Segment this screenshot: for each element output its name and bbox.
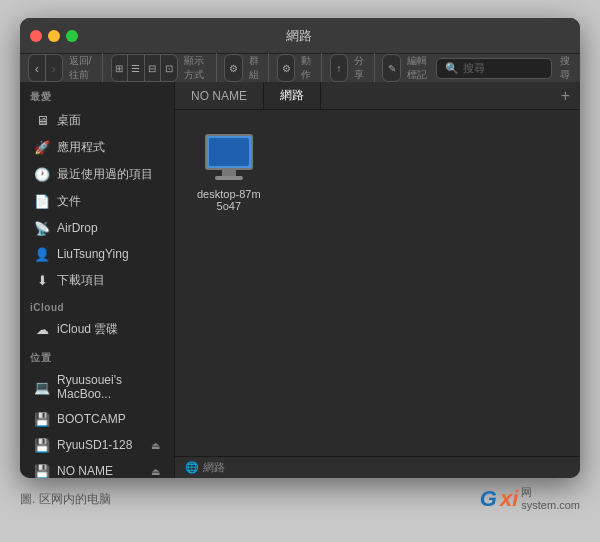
- status-network-icon: 🌐: [185, 461, 199, 474]
- toolbar-sep4: [321, 53, 322, 83]
- sidebar-item-label: 桌面: [57, 112, 81, 129]
- finder-window: 網路 ‹ › 返回/往前 ⊞ ☰ ⊟: [20, 18, 580, 478]
- sidebar-item-label: 應用程式: [57, 139, 105, 156]
- sidebar-item-airdrop[interactable]: 📡 AirDrop: [24, 216, 170, 240]
- caption-text: 圖. 区网内的电脑: [20, 491, 111, 508]
- action-label: 動作: [301, 54, 313, 82]
- share-group: ↑: [330, 54, 348, 82]
- watermark: G xi 网 system.com: [480, 486, 580, 512]
- column-view-button[interactable]: ⊟: [145, 55, 162, 81]
- sidebar-item-ryuusd1[interactable]: 💾 RyuuSD1-128 ⏏: [24, 433, 170, 457]
- nav-label-group: 返回/往前: [69, 54, 94, 82]
- display-label: 顯示方式: [184, 54, 207, 82]
- icloud-section-label: iCloud: [20, 294, 174, 316]
- search-box[interactable]: 🔍: [436, 58, 552, 79]
- tab-network-label: 網路: [280, 87, 304, 104]
- icloud-icon: ☁: [34, 322, 50, 338]
- content-area: 最愛 🖥 桌面 🚀 應用程式 🕐 最近使用過的項目 📄 文件 📡 AirDrop: [20, 82, 580, 478]
- watermark-g: G: [480, 486, 497, 512]
- macbook-icon: 💻: [34, 379, 50, 395]
- sidebar-item-documents[interactable]: 📄 文件: [24, 189, 170, 214]
- file-label-computer: desktop-87m5o47: [197, 188, 261, 212]
- nav-button-group: ‹ ›: [28, 54, 63, 82]
- file-item-computer[interactable]: desktop-87m5o47: [191, 126, 267, 218]
- search-input[interactable]: [463, 62, 543, 74]
- ryuusd1-icon: 💾: [34, 437, 50, 453]
- forward-button[interactable]: ›: [46, 55, 62, 81]
- watermark-line1: 网: [521, 486, 580, 499]
- sidebar-item-label: iCloud 雲碟: [57, 321, 118, 338]
- sidebar-item-bootcamp[interactable]: 💾 BOOTCAMP: [24, 407, 170, 431]
- status-text: 網路: [203, 460, 225, 475]
- desktop-icon: 🖥: [34, 113, 50, 129]
- favorites-section-label: 最愛: [20, 82, 174, 107]
- action-button[interactable]: ⚙: [278, 55, 294, 81]
- sidebar-item-macbook[interactable]: 💻 Ryuusouei's MacBoo...: [24, 369, 170, 405]
- user-icon: 👤: [34, 246, 50, 262]
- share-button[interactable]: ↑: [331, 55, 347, 81]
- watermark-net: 网 system.com: [521, 486, 580, 512]
- tab-add-button[interactable]: +: [551, 82, 580, 109]
- group-button-group: ⚙: [224, 54, 242, 82]
- computer-file-icon: [201, 132, 257, 182]
- eject-icon-noname[interactable]: ⏏: [151, 466, 160, 477]
- sidebar-item-label: 文件: [57, 193, 81, 210]
- back-button[interactable]: ‹: [29, 55, 46, 81]
- gallery-view-button[interactable]: ⊡: [161, 55, 177, 81]
- sidebar-item-label: NO NAME: [57, 464, 113, 478]
- search-icon: 🔍: [445, 62, 459, 75]
- content-tabs: NO NAME 網路 +: [175, 82, 580, 110]
- tab-noname-label: NO NAME: [191, 89, 247, 103]
- locations-section-label: 位置: [20, 343, 174, 368]
- toolbar-top: ‹ › 返回/往前 ⊞ ☰ ⊟ ⊡ 顯示方式: [20, 54, 580, 82]
- sidebar-item-label: RyuuSD1-128: [57, 438, 132, 452]
- share-label: 分享: [354, 54, 366, 82]
- sidebar-item-icloud[interactable]: ☁ iCloud 雲碟: [24, 317, 170, 342]
- sidebar-item-label: AirDrop: [57, 221, 98, 235]
- action-group: ⚙: [277, 54, 295, 82]
- view-button-group: ⊞ ☰ ⊟ ⊡: [111, 54, 179, 82]
- sidebar-item-noname[interactable]: 💾 NO NAME ⏏: [24, 459, 170, 478]
- sidebar-item-applications[interactable]: 🚀 應用程式: [24, 135, 170, 160]
- sidebar-item-label: LiuTsungYing: [57, 247, 129, 261]
- group-button[interactable]: ⚙: [225, 55, 241, 81]
- sidebar-item-label: 最近使用過的項目: [57, 166, 153, 183]
- title-bar: 網路: [20, 18, 580, 54]
- downloads-icon: ⬇: [34, 273, 50, 289]
- eject-icon-ryuusd1[interactable]: ⏏: [151, 440, 160, 451]
- bootcamp-icon: 💾: [34, 411, 50, 427]
- sidebar-item-label: Ryuusouei's MacBoo...: [57, 373, 160, 401]
- add-tab-icon: +: [561, 87, 570, 105]
- watermark-xi: xi: [500, 486, 518, 512]
- sidebar-item-downloads[interactable]: ⬇ 下載項目: [24, 268, 170, 293]
- nav-label: 返回/往前: [69, 54, 94, 82]
- toolbar-sep1: [102, 53, 103, 83]
- edit-button[interactable]: ✎: [383, 55, 399, 81]
- list-view-button[interactable]: ☰: [128, 55, 145, 81]
- sidebar-item-liutsungying[interactable]: 👤 LiuTsungYing: [24, 242, 170, 266]
- tab-noname[interactable]: NO NAME: [175, 82, 264, 109]
- files-area: desktop-87m5o47: [175, 110, 580, 456]
- sidebar-item-recents[interactable]: 🕐 最近使用過的項目: [24, 162, 170, 187]
- window-title: 網路: [28, 27, 570, 45]
- recents-icon: 🕐: [34, 167, 50, 183]
- sidebar-item-desktop[interactable]: 🖥 桌面: [24, 108, 170, 133]
- toolbar-sep3: [268, 53, 269, 83]
- tab-network[interactable]: 網路: [264, 82, 321, 109]
- airdrop-icon: 📡: [34, 220, 50, 236]
- main-content: NO NAME 網路 +: [175, 82, 580, 478]
- toolbar-sep2: [216, 53, 217, 83]
- applications-icon: 🚀: [34, 140, 50, 156]
- sidebar-item-label: 下載項目: [57, 272, 105, 289]
- watermark-line2: system.com: [521, 499, 580, 512]
- icon-view-button[interactable]: ⊞: [112, 55, 129, 81]
- status-bar: 🌐 網路: [175, 456, 580, 478]
- sidebar-item-label: BOOTCAMP: [57, 412, 126, 426]
- bottom-area: 圖. 区网内的电脑 G xi 网 system.com: [20, 478, 580, 516]
- toolbar-sep5: [374, 53, 375, 83]
- group-label: 群組: [249, 54, 261, 82]
- search-label: 搜尋: [560, 54, 572, 82]
- documents-icon: 📄: [34, 194, 50, 210]
- sidebar: 最愛 🖥 桌面 🚀 應用程式 🕐 最近使用過的項目 📄 文件 📡 AirDrop: [20, 82, 175, 478]
- edit-group: ✎: [382, 54, 400, 82]
